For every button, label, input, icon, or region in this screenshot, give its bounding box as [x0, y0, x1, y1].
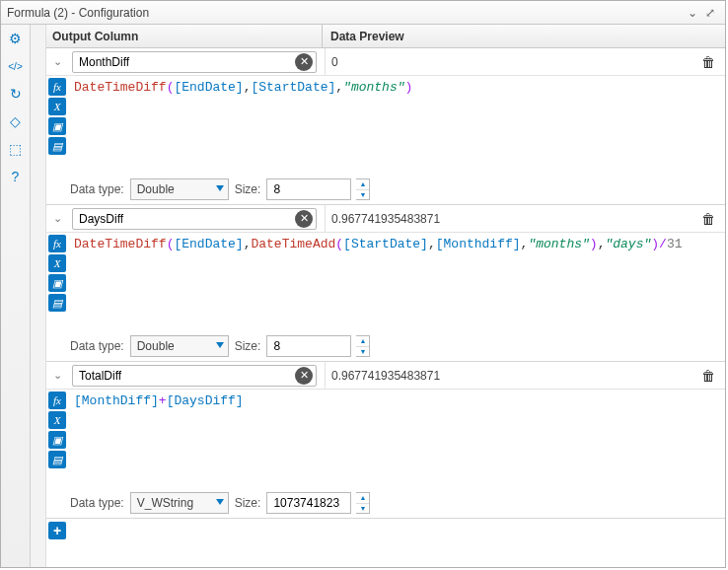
add-formula-button[interactable]: + — [48, 522, 66, 539]
size-input[interactable] — [266, 492, 351, 514]
preview-value: 0 — [325, 48, 697, 75]
output-column-input[interactable] — [72, 51, 317, 73]
formula-editor[interactable]: DateTimeDiff([EndDate],[StartDate],"mont… — [68, 76, 725, 175]
formula-editor[interactable]: DateTimeDiff([EndDate],DateTimeAdd([Star… — [68, 233, 725, 331]
panel-title: Formula (2) - Configuration — [7, 6, 684, 20]
datatype-label: Data type: — [70, 339, 124, 353]
save-icon[interactable]: ▤ — [48, 294, 66, 312]
datatype-select[interactable]: V_WString — [130, 492, 229, 514]
main-area: Output Column Data Preview ⌄✕0🗑fxX▣▤Date… — [46, 25, 725, 567]
save-icon[interactable]: ▤ — [48, 137, 66, 155]
output-column-input[interactable] — [72, 365, 317, 387]
chevron-down-icon[interactable]: ⌄ — [46, 212, 68, 225]
add-row: + — [46, 519, 725, 542]
formula-editor[interactable]: [MonthDiff]+[DaysDiff] — [68, 390, 725, 488]
spinner-up-icon[interactable]: ▲ — [356, 179, 369, 190]
save-icon[interactable]: ▤ — [48, 451, 66, 468]
formula-tools: fxX▣▤ — [46, 76, 68, 175]
folder-icon[interactable]: ▣ — [48, 431, 66, 449]
collapse-icon[interactable]: ⌄ — [684, 6, 701, 20]
spinner-up-icon[interactable]: ▲ — [356, 493, 369, 504]
spinner-up-icon[interactable]: ▲ — [356, 336, 369, 347]
fx-icon[interactable]: fx — [48, 235, 66, 252]
drag-gutter — [31, 25, 46, 567]
clear-icon[interactable]: ✕ — [295, 367, 313, 385]
formula-tools: fxX▣▤ — [46, 233, 68, 331]
trash-icon[interactable]: 🗑 — [701, 54, 719, 70]
spinner-down-icon[interactable]: ▼ — [356, 190, 369, 200]
preview-value: 0.967741935483871 — [325, 362, 697, 389]
variable-icon[interactable]: X — [48, 98, 66, 115]
folder-icon[interactable]: ▣ — [48, 117, 66, 135]
gear-icon[interactable]: ⚙ — [6, 29, 26, 48]
preview-value: 0.967741935483871 — [325, 205, 697, 232]
refresh-icon[interactable]: ↻ — [6, 84, 26, 104]
formula-tools: fxX▣▤ — [46, 390, 68, 488]
spinner-down-icon[interactable]: ▼ — [356, 347, 369, 357]
config-panel: Formula (2) - Configuration ⌄ ⤢ ⚙ </> ↻ … — [0, 0, 726, 568]
size-spinner[interactable]: ▲▼ — [356, 335, 370, 357]
tag-icon[interactable]: ◇ — [6, 111, 26, 131]
fx-icon[interactable]: fx — [48, 392, 66, 409]
spinner-down-icon[interactable]: ▼ — [356, 504, 369, 514]
formula-block: ⌄✕0.967741935483871🗑fxX▣▤DateTimeDiff([E… — [46, 205, 725, 362]
size-label: Size: — [235, 496, 261, 510]
size-input[interactable] — [266, 178, 351, 200]
clear-icon[interactable]: ✕ — [295, 53, 313, 71]
box-icon[interactable]: ⬚ — [6, 139, 26, 159]
vertical-toolbar: ⚙ </> ↻ ◇ ⬚ ? — [1, 25, 31, 567]
size-input[interactable] — [266, 335, 351, 357]
clear-icon[interactable]: ✕ — [295, 210, 313, 228]
help-icon[interactable]: ? — [6, 167, 26, 186]
size-label: Size: — [235, 339, 261, 353]
size-spinner[interactable]: ▲▼ — [356, 492, 370, 514]
datatype-label: Data type: — [70, 182, 124, 196]
formula-block: ⌄✕0.967741935483871🗑fxX▣▤[MonthDiff]+[Da… — [46, 362, 725, 519]
chevron-down-icon[interactable]: ⌄ — [46, 369, 68, 382]
variable-icon[interactable]: X — [48, 411, 66, 429]
variable-icon[interactable]: X — [48, 254, 66, 272]
trash-icon[interactable]: 🗑 — [701, 368, 719, 384]
title-bar: Formula (2) - Configuration ⌄ ⤢ — [1, 1, 725, 25]
datatype-select[interactable]: Double — [130, 335, 229, 357]
fx-icon[interactable]: fx — [48, 78, 66, 96]
size-spinner[interactable]: ▲▼ — [356, 178, 370, 200]
column-headers: Output Column Data Preview — [46, 25, 725, 48]
chevron-down-icon[interactable]: ⌄ — [46, 55, 68, 68]
datatype-select[interactable]: Double — [130, 178, 229, 200]
size-label: Size: — [235, 182, 261, 196]
header-output: Output Column — [46, 25, 323, 47]
popout-icon[interactable]: ⤢ — [701, 6, 719, 20]
code-icon[interactable]: </> — [6, 56, 26, 76]
header-preview: Data Preview — [323, 25, 725, 47]
folder-icon[interactable]: ▣ — [48, 274, 66, 292]
trash-icon[interactable]: 🗑 — [701, 211, 719, 227]
output-column-input[interactable] — [72, 208, 317, 230]
formula-block: ⌄✕0🗑fxX▣▤DateTimeDiff([EndDate],[StartDa… — [46, 48, 725, 205]
datatype-label: Data type: — [70, 496, 124, 510]
